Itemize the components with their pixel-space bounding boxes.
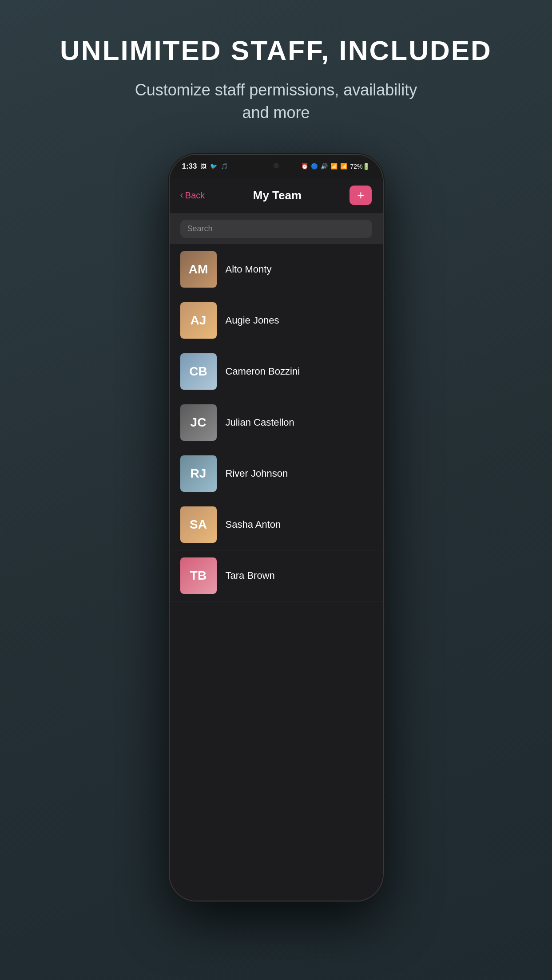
search-bar-container: Search <box>170 213 383 244</box>
page-headline: UNLIMITED STAFF, INCLUDED <box>60 36 492 66</box>
member-avatar: TB <box>180 557 217 594</box>
status-time: 1:33 <box>182 162 197 171</box>
member-name: Tara Brown <box>226 570 275 581</box>
team-member-row[interactable]: TBTara Brown <box>170 550 383 601</box>
wifi-icon: 📶 <box>330 163 338 170</box>
member-name: Cameron Bozzini <box>226 366 300 377</box>
member-avatar: JC <box>180 404 217 441</box>
avatar-initials: RJ <box>180 455 217 492</box>
signal-icon: 📶 <box>340 163 347 170</box>
member-avatar: SA <box>180 506 217 543</box>
avatar-initials: CB <box>180 353 217 390</box>
team-member-row[interactable]: RJRiver Johnson <box>170 448 383 499</box>
page-background: UNLIMITED STAFF, INCLUDED Customize staf… <box>0 0 552 980</box>
member-avatar: CB <box>180 353 217 390</box>
screen-title: My Team <box>253 189 302 202</box>
avatar-initials: JC <box>180 404 217 441</box>
twitter-icon: 🐦 <box>210 163 217 170</box>
team-member-row[interactable]: AJAugie Jones <box>170 295 383 346</box>
member-name: River Johnson <box>226 468 288 479</box>
page-subheadline: Customize staff permissions, availabilit… <box>125 79 427 124</box>
phone-mockup: 1:33 🖼 🐦 🎵 ⏰ 🔵 🔊 📶 📶 72%🔋 ‹ Back <box>170 155 383 901</box>
navigation-bar: ‹ Back My Team + <box>170 178 383 213</box>
avatar-initials: AM <box>180 251 217 288</box>
member-name: Alto Monty <box>226 264 272 275</box>
member-avatar: RJ <box>180 455 217 492</box>
search-placeholder: Search <box>187 224 213 233</box>
status-right-icons: ⏰ 🔵 🔊 📶 📶 72%🔋 <box>301 163 370 170</box>
team-member-row[interactable]: AMAlto Monty <box>170 244 383 295</box>
avatar-initials: AJ <box>180 302 217 339</box>
search-input-wrap[interactable]: Search <box>180 220 372 238</box>
avatar-initials: SA <box>180 506 217 543</box>
member-name: Sasha Anton <box>226 519 281 530</box>
avatar-initials: TB <box>180 557 217 594</box>
member-name: Julian Castellon <box>226 417 294 428</box>
member-avatar: AM <box>180 251 217 288</box>
team-member-row[interactable]: CBCameron Bozzini <box>170 346 383 397</box>
team-list: AMAlto MontyAJAugie JonesCBCameron Bozzi… <box>170 244 383 901</box>
team-member-row[interactable]: SASasha Anton <box>170 499 383 550</box>
app-content: ‹ Back My Team + Search AMAlto MontyAJAu… <box>170 178 383 901</box>
sound-icon: 🔊 <box>321 163 328 170</box>
battery-text: 72%🔋 <box>350 163 370 170</box>
plus-icon: + <box>357 189 364 202</box>
alarm-icon: ⏰ <box>301 163 308 170</box>
team-member-row[interactable]: JCJulian Castellon <box>170 397 383 448</box>
bluetooth-icon: 🔵 <box>311 163 318 170</box>
member-name: Augie Jones <box>226 315 279 326</box>
add-staff-button[interactable]: + <box>349 186 372 205</box>
phone-camera <box>274 163 279 168</box>
photo-icon: 🖼 <box>201 163 207 170</box>
back-label: Back <box>185 190 205 201</box>
spotify-icon: 🎵 <box>221 163 228 170</box>
member-avatar: AJ <box>180 302 217 339</box>
back-button[interactable]: ‹ Back <box>180 190 205 201</box>
chevron-left-icon: ‹ <box>180 190 183 201</box>
